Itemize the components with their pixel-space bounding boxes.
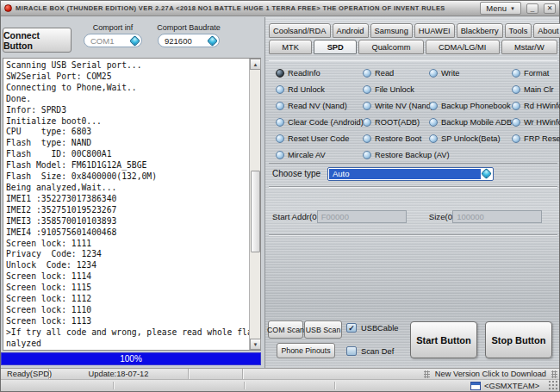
baudrate-select[interactable]: 921600 [158, 34, 220, 47]
scrollbar-thumb[interactable] [251, 171, 260, 252]
radio-clear-code-android[interactable]: Clear Code (Android) [276, 118, 363, 127]
radio-icon[interactable] [429, 69, 438, 78]
radio-read[interactable]: Read [363, 69, 429, 78]
radio-icon[interactable] [429, 102, 438, 110]
comport-value: COM1 [90, 36, 114, 46]
radio-write-nv-nand[interactable]: Write NV (Nand) [363, 102, 429, 110]
radio-icon[interactable] [429, 118, 438, 127]
log-line: Screen lock: 1114 [6, 271, 247, 283]
radio-reset-user-code[interactable]: Reset User Code [276, 134, 363, 143]
scroll-down-icon[interactable]: ▼ [250, 339, 261, 350]
radio-icon[interactable] [363, 102, 371, 110]
log-line: Screen lock: 1113 [6, 316, 247, 327]
log-line: >If try all code and wrong, please read … [6, 327, 247, 339]
tab-mtk[interactable]: MTK [269, 40, 312, 54]
tab-tools[interactable]: Tools [505, 23, 532, 38]
radio-icon[interactable] [276, 69, 284, 78]
tab-qualcomm[interactable]: Qualcomm [358, 40, 424, 54]
menu-button[interactable]: Menu ▼ [480, 2, 521, 15]
radio-read-nv-nand[interactable]: Read NV (Nand) [276, 102, 363, 110]
radio-mircale-av[interactable]: Mircale AV [276, 151, 363, 159]
size-field[interactable] [452, 210, 542, 223]
tab-spd[interactable]: SPD [314, 40, 357, 54]
radio-backup-mobile-adb[interactable]: Backup Mobile ADB [429, 118, 512, 127]
usbcable-checkbox[interactable]: ✓ [346, 323, 357, 333]
log-line: Being analyzed,Wait... [6, 183, 247, 194]
radio-write[interactable]: Write [429, 69, 512, 78]
divider [269, 186, 557, 188]
radio-icon[interactable] [363, 69, 371, 78]
scan-def-label: Scan Def [361, 347, 394, 356]
radio-icon[interactable] [276, 134, 284, 143]
log-line: Flash Model: FM61D1G12A_5BGE [6, 160, 247, 171]
radio-icon[interactable] [276, 85, 284, 94]
radio-file-unlock[interactable]: File Unlock [363, 85, 429, 94]
radio-icon[interactable] [363, 118, 371, 127]
radio-icon[interactable] [512, 102, 520, 110]
tab-mstar-w[interactable]: Mstar/W [501, 40, 557, 54]
radio-label: Write [441, 69, 460, 78]
radio-wr-hwinfo[interactable]: Wr HWinfo [512, 118, 560, 127]
radio-label: Restore Boot [375, 134, 421, 143]
radio-icon[interactable] [363, 151, 371, 159]
status-empty [243, 369, 422, 379]
radio-icon[interactable] [363, 134, 371, 143]
tab-cdma-lg-mi[interactable]: CDMA/LG/MI [426, 40, 500, 54]
radio-icon[interactable] [276, 118, 284, 127]
radio-main-clr[interactable]: Main Clr [512, 85, 560, 94]
log-area: Scanning USB Serial port...SW2Serial Por… [4, 59, 249, 349]
radio-root-adb[interactable]: ROOT(ADB) [363, 118, 429, 127]
radio-label: Format [524, 69, 549, 78]
com-scan-button[interactable]: COM Scan [268, 320, 303, 339]
progress-bar: 100% [1, 352, 261, 365]
grip-icon [551, 370, 557, 378]
connect-button[interactable]: Connect Button [3, 28, 72, 53]
radio-label: File Unlock [375, 85, 414, 94]
radio-restore-backup-av[interactable]: Restore Backup (AV) [363, 151, 429, 159]
scroll-up-icon[interactable]: ▲ [250, 59, 261, 70]
tab-samsung[interactable]: Samsung [370, 23, 413, 38]
radio-restore-boot[interactable]: Restore Boot [363, 134, 429, 143]
radio-sp-unlock-beta[interactable]: SP Unlock(Beta) [429, 134, 512, 143]
dropdown-arrow-icon[interactable] [481, 168, 492, 179]
minimize-button[interactable]: _ [526, 3, 538, 14]
radio-rd-unlock[interactable]: Rd Unlock [276, 85, 363, 94]
dropdown-arrow-icon[interactable] [207, 35, 218, 47]
close-button[interactable]: ✕ [544, 3, 556, 14]
scan-def-checkbox[interactable] [346, 346, 357, 356]
start-addr-field[interactable] [317, 210, 407, 223]
radio-format[interactable]: Format [512, 69, 560, 78]
resize-grip-icon[interactable] [549, 381, 558, 390]
log-line: Infor: SPRD3 [6, 105, 247, 116]
usb-scan-button[interactable]: USB Scan [304, 320, 342, 339]
radio-backup-phonebook[interactable]: Backup Phonebook [429, 102, 512, 110]
tab-about[interactable]: About [533, 23, 560, 38]
radio-icon[interactable] [512, 85, 520, 94]
log-line: IMEI1 :352273017386340 [6, 194, 247, 205]
radio-icon[interactable] [429, 134, 438, 143]
radio-rd-hwinfo[interactable]: Rd HWinfo [512, 102, 560, 110]
choose-type-select[interactable]: Auto [327, 167, 494, 181]
tab-coolsand-rda[interactable]: Coolsand/RDA [269, 23, 331, 38]
radio-icon[interactable] [363, 85, 371, 94]
radio-label: Backup Phonebook [441, 102, 511, 110]
radio-icon[interactable] [512, 69, 520, 78]
radio-icon[interactable] [276, 151, 284, 159]
log-scrollbar[interactable]: ▲ ▼ [249, 59, 260, 350]
radio-frp-reset[interactable]: FRP Reset [512, 134, 560, 143]
new-version-link[interactable]: New Version Click to Download [432, 369, 550, 379]
comport-select[interactable]: COM1 [84, 34, 142, 47]
radio-icon[interactable] [512, 118, 520, 127]
radio-icon[interactable] [276, 102, 284, 110]
start-button[interactable]: Start Button [410, 321, 477, 358]
tab-android[interactable]: Android [333, 23, 369, 38]
tab-blackberry[interactable]: Blackberry [457, 23, 503, 38]
dropdown-arrow-icon[interactable] [129, 35, 140, 47]
menu-label: Menu [486, 3, 507, 13]
phone-pinouts-button[interactable]: Phone Pinouts [277, 343, 335, 358]
log-line: Done. [6, 94, 247, 105]
radio-icon[interactable] [512, 134, 520, 143]
radio-readinfo[interactable]: ReadInfo [276, 69, 363, 78]
tab-huawei[interactable]: HUAWEI [414, 23, 455, 38]
stop-button[interactable]: Stop Button [485, 321, 552, 358]
